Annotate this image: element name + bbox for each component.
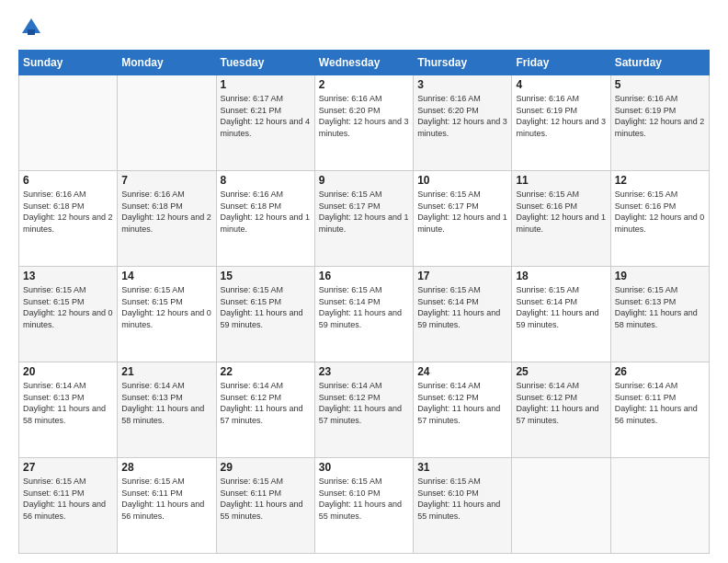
day-info: Sunrise: 6:15 AMSunset: 6:10 PMDaylight:… [417, 476, 507, 522]
calendar-cell: 15Sunrise: 6:15 AMSunset: 6:15 PMDayligh… [216, 267, 314, 362]
day-number: 2 [319, 78, 409, 91]
calendar-cell: 22Sunrise: 6:14 AMSunset: 6:12 PMDayligh… [216, 362, 314, 458]
day-info: Sunrise: 6:15 AMSunset: 6:15 PMDaylight:… [121, 284, 211, 330]
calendar-cell: 4Sunrise: 6:16 AMSunset: 6:19 PMDaylight… [512, 75, 610, 171]
day-number: 19 [615, 270, 705, 282]
day-number: 22 [221, 365, 311, 378]
day-number: 13 [23, 270, 113, 282]
calendar-cell: 18Sunrise: 6:15 AMSunset: 6:14 PMDayligh… [512, 267, 610, 362]
weekday-header-thursday: Thursday [414, 51, 512, 75]
day-number: 26 [615, 365, 705, 378]
calendar-cell: 1Sunrise: 6:17 AMSunset: 6:21 PMDaylight… [216, 75, 314, 171]
weekday-header-monday: Monday [118, 51, 216, 75]
calendar-cell: 3Sunrise: 6:16 AMSunset: 6:20 PMDaylight… [414, 75, 512, 171]
calendar-cell: 31Sunrise: 6:15 AMSunset: 6:10 PMDayligh… [414, 458, 512, 554]
calendar-cell: 2Sunrise: 6:16 AMSunset: 6:20 PMDaylight… [314, 75, 413, 171]
day-number: 3 [417, 78, 507, 91]
day-info: Sunrise: 6:15 AMSunset: 6:14 PMDaylight:… [319, 284, 409, 330]
logo-icon [18, 15, 44, 40]
day-number: 27 [23, 461, 113, 474]
day-info: Sunrise: 6:15 AMSunset: 6:17 PMDaylight:… [319, 189, 409, 235]
day-info: Sunrise: 6:14 AMSunset: 6:13 PMDaylight:… [121, 380, 211, 426]
calendar-cell: 17Sunrise: 6:15 AMSunset: 6:14 PMDayligh… [414, 267, 512, 362]
day-number: 31 [417, 461, 507, 474]
day-number: 9 [319, 174, 409, 187]
calendar-week-row: 6Sunrise: 6:16 AMSunset: 6:18 PMDaylight… [19, 171, 710, 267]
calendar-cell: 14Sunrise: 6:15 AMSunset: 6:15 PMDayligh… [118, 267, 216, 362]
day-info: Sunrise: 6:16 AMSunset: 6:20 PMDaylight:… [319, 93, 409, 139]
page-header [18, 15, 710, 40]
calendar-cell: 29Sunrise: 6:15 AMSunset: 6:11 PMDayligh… [216, 458, 314, 554]
day-number: 15 [221, 270, 311, 282]
day-info: Sunrise: 6:14 AMSunset: 6:13 PMDaylight:… [23, 380, 113, 426]
day-info: Sunrise: 6:15 AMSunset: 6:14 PMDaylight:… [516, 284, 606, 330]
day-number: 24 [417, 365, 507, 378]
day-info: Sunrise: 6:14 AMSunset: 6:12 PMDaylight:… [319, 380, 409, 426]
calendar-cell: 21Sunrise: 6:14 AMSunset: 6:13 PMDayligh… [118, 362, 216, 458]
calendar-cell: 26Sunrise: 6:14 AMSunset: 6:11 PMDayligh… [610, 362, 709, 458]
day-number: 30 [319, 461, 409, 474]
calendar-week-row: 27Sunrise: 6:15 AMSunset: 6:11 PMDayligh… [19, 458, 710, 554]
calendar-cell: 13Sunrise: 6:15 AMSunset: 6:15 PMDayligh… [19, 267, 118, 362]
calendar-cell: 27Sunrise: 6:15 AMSunset: 6:11 PMDayligh… [19, 458, 118, 554]
weekday-header-tuesday: Tuesday [216, 51, 314, 75]
day-info: Sunrise: 6:16 AMSunset: 6:20 PMDaylight:… [417, 93, 507, 139]
day-number: 21 [121, 365, 211, 378]
calendar-cell: 8Sunrise: 6:16 AMSunset: 6:18 PMDaylight… [216, 171, 314, 267]
weekday-header-row: SundayMondayTuesdayWednesdayThursdayFrid… [19, 51, 710, 75]
calendar-cell: 7Sunrise: 6:16 AMSunset: 6:18 PMDaylight… [118, 171, 216, 267]
calendar-cell: 10Sunrise: 6:15 AMSunset: 6:17 PMDayligh… [414, 171, 512, 267]
calendar-cell: 12Sunrise: 6:15 AMSunset: 6:16 PMDayligh… [610, 171, 709, 267]
day-info: Sunrise: 6:16 AMSunset: 6:18 PMDaylight:… [221, 189, 311, 235]
day-number: 1 [221, 78, 311, 91]
calendar-table: SundayMondayTuesdayWednesdayThursdayFrid… [18, 50, 710, 554]
svg-rect-1 [28, 29, 35, 35]
calendar-cell [512, 458, 610, 554]
calendar-cell: 11Sunrise: 6:15 AMSunset: 6:16 PMDayligh… [512, 171, 610, 267]
day-number: 20 [23, 365, 113, 378]
calendar-cell: 20Sunrise: 6:14 AMSunset: 6:13 PMDayligh… [19, 362, 118, 458]
day-info: Sunrise: 6:15 AMSunset: 6:15 PMDaylight:… [221, 284, 311, 330]
calendar-cell: 5Sunrise: 6:16 AMSunset: 6:19 PMDaylight… [610, 75, 709, 171]
day-number: 10 [417, 174, 507, 187]
day-number: 11 [516, 174, 606, 187]
calendar-week-row: 20Sunrise: 6:14 AMSunset: 6:13 PMDayligh… [19, 362, 710, 458]
day-info: Sunrise: 6:14 AMSunset: 6:12 PMDaylight:… [417, 380, 507, 426]
day-info: Sunrise: 6:15 AMSunset: 6:10 PMDaylight:… [319, 476, 409, 522]
day-number: 8 [221, 174, 311, 187]
calendar-cell [19, 75, 118, 171]
calendar-week-row: 13Sunrise: 6:15 AMSunset: 6:15 PMDayligh… [19, 267, 710, 362]
day-info: Sunrise: 6:16 AMSunset: 6:18 PMDaylight:… [121, 189, 211, 235]
calendar-cell: 30Sunrise: 6:15 AMSunset: 6:10 PMDayligh… [314, 458, 413, 554]
day-info: Sunrise: 6:16 AMSunset: 6:19 PMDaylight:… [615, 93, 705, 139]
day-info: Sunrise: 6:15 AMSunset: 6:16 PMDaylight:… [615, 189, 705, 235]
calendar-cell [610, 458, 709, 554]
day-info: Sunrise: 6:15 AMSunset: 6:16 PMDaylight:… [516, 189, 606, 235]
calendar-cell: 23Sunrise: 6:14 AMSunset: 6:12 PMDayligh… [314, 362, 413, 458]
weekday-header-friday: Friday [512, 51, 610, 75]
day-info: Sunrise: 6:15 AMSunset: 6:15 PMDaylight:… [23, 284, 113, 330]
day-info: Sunrise: 6:14 AMSunset: 6:12 PMDaylight:… [221, 380, 311, 426]
day-number: 23 [319, 365, 409, 378]
day-number: 12 [615, 174, 705, 187]
day-info: Sunrise: 6:15 AMSunset: 6:11 PMDaylight:… [23, 476, 113, 522]
day-info: Sunrise: 6:15 AMSunset: 6:13 PMDaylight:… [615, 284, 705, 330]
calendar-cell: 25Sunrise: 6:14 AMSunset: 6:12 PMDayligh… [512, 362, 610, 458]
calendar-cell: 9Sunrise: 6:15 AMSunset: 6:17 PMDaylight… [314, 171, 413, 267]
logo [18, 15, 48, 40]
day-number: 4 [516, 78, 606, 91]
day-info: Sunrise: 6:14 AMSunset: 6:11 PMDaylight:… [615, 380, 705, 426]
day-info: Sunrise: 6:15 AMSunset: 6:14 PMDaylight:… [417, 284, 507, 330]
calendar-cell: 19Sunrise: 6:15 AMSunset: 6:13 PMDayligh… [610, 267, 709, 362]
weekday-header-wednesday: Wednesday [314, 51, 413, 75]
day-info: Sunrise: 6:15 AMSunset: 6:17 PMDaylight:… [417, 189, 507, 235]
weekday-header-sunday: Sunday [19, 51, 118, 75]
weekday-header-saturday: Saturday [610, 51, 709, 75]
calendar-week-row: 1Sunrise: 6:17 AMSunset: 6:21 PMDaylight… [19, 75, 710, 171]
day-info: Sunrise: 6:15 AMSunset: 6:11 PMDaylight:… [121, 476, 211, 522]
day-number: 6 [23, 174, 113, 187]
day-info: Sunrise: 6:16 AMSunset: 6:18 PMDaylight:… [23, 189, 113, 235]
day-info: Sunrise: 6:15 AMSunset: 6:11 PMDaylight:… [221, 476, 311, 522]
day-info: Sunrise: 6:14 AMSunset: 6:12 PMDaylight:… [516, 380, 606, 426]
calendar-cell [118, 75, 216, 171]
